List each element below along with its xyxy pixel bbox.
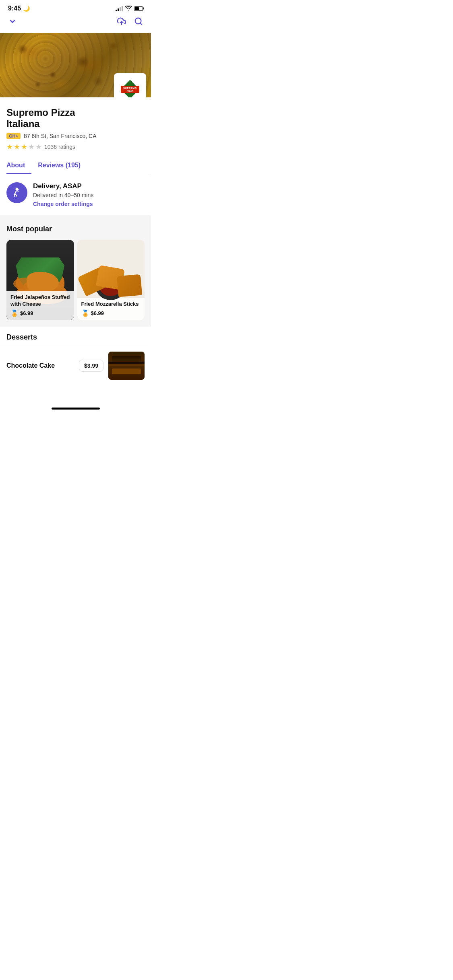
tabs-row: About Reviews (195) bbox=[0, 158, 151, 174]
search-button[interactable] bbox=[134, 17, 143, 28]
cake-image-visual bbox=[108, 352, 145, 380]
hero-image: SUPREMO PIZZA bbox=[0, 33, 151, 97]
address-row: GH+ 87 6th St, San Francisco, CA bbox=[6, 133, 145, 139]
wifi-icon bbox=[125, 5, 132, 12]
star-5: ★ bbox=[35, 142, 42, 151]
svg-line-2 bbox=[140, 23, 142, 25]
popular-item-jalapenos[interactable]: Fried Jalapeños Stuffed with Cheese 🏅 $6… bbox=[6, 240, 74, 320]
restaurant-info: Supremo Pizza Italiana GH+ 87 6th St, Sa… bbox=[0, 101, 151, 151]
address-text: 87 6th St, San Francisco, CA bbox=[24, 133, 97, 139]
mozzarella-name: Fried Mozzarella Sticks bbox=[81, 301, 141, 308]
restaurant-logo: SUPREMO PIZZA bbox=[114, 73, 146, 97]
star-4: ★ bbox=[28, 142, 35, 151]
restaurant-name: Supremo Pizza Italiana bbox=[6, 107, 145, 130]
mozzarella-price-row: 🏅 $6.99 bbox=[81, 309, 141, 317]
back-chevron-button[interactable] bbox=[8, 17, 17, 28]
moon-icon: 🌙 bbox=[23, 5, 30, 12]
desserts-header: Desserts bbox=[0, 327, 151, 345]
delivery-section: Delivery, ASAP Delivered in 40–50 mins C… bbox=[0, 174, 151, 218]
delivery-info: Delivery, ASAP Delivered in 40–50 mins C… bbox=[33, 182, 93, 207]
delivery-subtitle: Delivered in 40–50 mins bbox=[33, 192, 93, 198]
star-3: ★ bbox=[21, 142, 27, 151]
change-order-settings-link[interactable]: Change order settings bbox=[33, 201, 93, 207]
mozzarella-overlay: Fried Mozzarella Sticks 🏅 $6.99 bbox=[77, 298, 145, 320]
jalapenos-price-row: 🏅 $6.99 bbox=[10, 309, 70, 317]
star-2: ★ bbox=[14, 142, 20, 151]
most-popular-section-header: Most popular bbox=[0, 218, 151, 238]
jalapenos-price: $6.99 bbox=[20, 310, 33, 316]
delivery-icon-wrap bbox=[6, 182, 27, 203]
tab-about[interactable]: About bbox=[6, 158, 31, 174]
rating-row: ★ ★ ★ ★ ★ 1036 ratings bbox=[6, 142, 145, 151]
status-icons bbox=[116, 5, 143, 12]
signal-bars bbox=[116, 6, 123, 11]
mozzarella-price: $6.99 bbox=[91, 310, 104, 316]
star-rating: ★ ★ ★ ★ ★ bbox=[6, 142, 42, 151]
popular-items-grid: Fried Jalapeños Stuffed with Cheese 🏅 $6… bbox=[0, 238, 151, 327]
desserts-title: Desserts bbox=[6, 333, 37, 341]
jalapenos-name: Fried Jalapeños Stuffed with Cheese bbox=[10, 294, 70, 308]
rating-count: 1036 ratings bbox=[44, 144, 75, 150]
most-popular-title: Most popular bbox=[6, 225, 52, 233]
nav-bar bbox=[0, 14, 151, 33]
home-indicator bbox=[0, 402, 151, 414]
popular-item-mozzarella[interactable]: Fried Mozzarella Sticks 🏅 $6.99 bbox=[77, 240, 145, 320]
battery-icon bbox=[134, 6, 143, 11]
status-bar: 9:45 🌙 bbox=[0, 0, 151, 14]
gh-badge: GH+ bbox=[6, 133, 21, 139]
tab-reviews[interactable]: Reviews (195) bbox=[38, 158, 87, 174]
jalapenos-overlay: Fried Jalapeños Stuffed with Cheese 🏅 $6… bbox=[6, 291, 74, 320]
home-bar bbox=[52, 408, 100, 410]
status-time: 9:45 bbox=[8, 5, 21, 12]
chocolate-cake-image bbox=[108, 352, 145, 380]
star-1: ★ bbox=[6, 142, 13, 151]
chocolate-cake-name: Chocolate Cake bbox=[6, 362, 55, 369]
share-button[interactable] bbox=[117, 17, 126, 28]
award-icon-jalapenos: 🏅 bbox=[10, 309, 19, 317]
award-icon-mozzarella: 🏅 bbox=[81, 309, 89, 317]
desserts-section: Desserts Chocolate Cake $3.99 bbox=[0, 327, 151, 386]
chocolate-cake-price: $3.99 bbox=[79, 360, 103, 372]
delivery-title: Delivery, ASAP bbox=[33, 182, 93, 190]
dessert-item-chocolate-cake[interactable]: Chocolate Cake $3.99 bbox=[0, 345, 151, 386]
